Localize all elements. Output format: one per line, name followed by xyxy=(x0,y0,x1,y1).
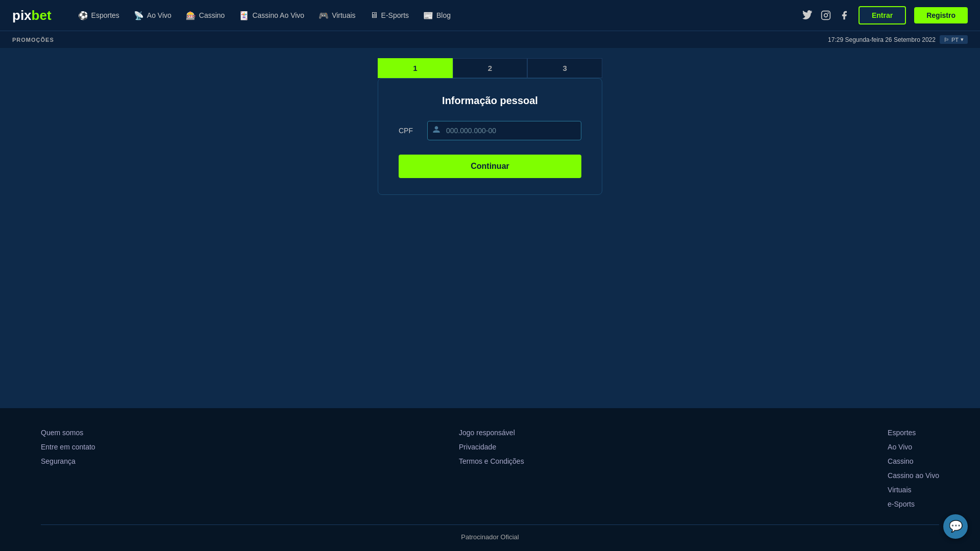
esportes-icon: ⚽ xyxy=(78,11,88,20)
cpf-label: CPF xyxy=(399,127,419,135)
datetime: 17:29 Segunda-feira 26 Setembro 2022 xyxy=(828,36,936,43)
footer-link-termos[interactable]: Termos e Condições xyxy=(459,457,524,465)
footer-link-virtuais[interactable]: Virtuais xyxy=(888,486,939,494)
promo-bar: PROMOÇÕES 17:29 Segunda-feira 26 Setembr… xyxy=(0,31,980,48)
svg-point-2 xyxy=(827,12,829,14)
nav-cassino-ao-vivo-label: Cassino Ao Vivo xyxy=(252,11,304,19)
footer-col-2: Jogo responsável Privacidade Termos e Co… xyxy=(459,429,524,508)
footer-link-esportes[interactable]: Esportes xyxy=(888,429,939,437)
step-1[interactable]: 1 xyxy=(378,58,453,78)
cassino-ao-vivo-icon: 🃏 xyxy=(239,11,249,20)
chevron-down-icon: ▾ xyxy=(961,36,964,43)
footer-col-1: Quem somos Entre em contato Segurança xyxy=(41,429,95,508)
nav-esportes-label: Esportes xyxy=(91,11,119,19)
svg-point-1 xyxy=(824,14,828,17)
step-2[interactable]: 2 xyxy=(453,58,528,78)
cpf-row: CPF xyxy=(399,121,581,140)
chat-icon: 💬 xyxy=(949,520,963,533)
lang-label: PT xyxy=(951,37,959,43)
virtuais-icon: 🎮 xyxy=(318,11,329,20)
logo-pix: pix xyxy=(12,8,32,23)
step-3-label: 3 xyxy=(563,64,567,72)
promo-right: 17:29 Segunda-feira 26 Setembro 2022 🏳 P… xyxy=(828,35,968,44)
patrocinador-label: Patrocinador Oficial xyxy=(461,533,519,541)
header-right: Entrar Registro xyxy=(801,6,968,24)
svg-rect-0 xyxy=(822,11,830,20)
main-nav: ⚽ Esportes 📡 Ao Vivo 🎰 Cassino 🃏 Cassino… xyxy=(72,8,789,23)
nav-virtuais[interactable]: 🎮 Virtuais xyxy=(312,8,361,23)
promo-label: PROMOÇÕES xyxy=(12,37,54,43)
logo-bet: bet xyxy=(32,8,52,23)
nav-cassino-label: Cassino xyxy=(199,11,225,19)
instagram-icon[interactable] xyxy=(820,9,832,21)
chat-button[interactable]: 💬 xyxy=(943,514,968,539)
footer-link-cassino[interactable]: Cassino xyxy=(888,457,939,465)
footer-columns: Quem somos Entre em contato Segurança Jo… xyxy=(41,429,939,508)
nav-virtuais-label: Virtuais xyxy=(332,11,355,19)
nav-ao-vivo[interactable]: 📡 Ao Vivo xyxy=(128,8,178,23)
cassino-icon: 🎰 xyxy=(186,11,196,20)
nav-e-sports[interactable]: 🖥 E-Sports xyxy=(364,8,415,23)
nav-cassino-ao-vivo[interactable]: 🃏 Cassino Ao Vivo xyxy=(233,8,310,23)
footer-link-jogo-responsavel[interactable]: Jogo responsável xyxy=(459,429,524,437)
language-selector[interactable]: 🏳 PT ▾ xyxy=(940,35,968,44)
steps-container: 1 2 3 xyxy=(378,58,602,78)
footer-link-cassino-ao-vivo[interactable]: Cassino ao Vivo xyxy=(888,471,939,480)
logo[interactable]: pixbet xyxy=(12,8,52,23)
blog-icon: 📰 xyxy=(423,11,433,20)
step-2-label: 2 xyxy=(488,64,492,72)
footer-link-seguranca[interactable]: Segurança xyxy=(41,457,95,465)
footer-link-entre-em-contato[interactable]: Entre em contato xyxy=(41,443,95,451)
nav-esportes[interactable]: ⚽ Esportes xyxy=(72,8,126,23)
continuar-button[interactable]: Continuar xyxy=(399,155,581,178)
e-sports-icon: 🖥 xyxy=(370,11,378,20)
cpf-input-wrapper xyxy=(427,121,581,140)
registro-button[interactable]: Registro xyxy=(914,7,968,23)
footer-bottom: Patrocinador Oficial xyxy=(41,524,939,541)
nav-ao-vivo-label: Ao Vivo xyxy=(147,11,172,19)
footer-link-quem-somos[interactable]: Quem somos xyxy=(41,429,95,437)
footer-col-3: Esportes Ao Vivo Cassino Cassino ao Vivo… xyxy=(888,429,939,508)
form-card: Informação pessoal CPF Continuar xyxy=(378,78,602,195)
footer: Quem somos Entre em contato Segurança Jo… xyxy=(0,408,980,551)
nav-cassino[interactable]: 🎰 Cassino xyxy=(180,8,231,23)
facebook-icon[interactable] xyxy=(838,9,850,21)
flag-icon: 🏳 xyxy=(944,37,949,43)
step-3[interactable]: 3 xyxy=(527,58,602,78)
header: pixbet ⚽ Esportes 📡 Ao Vivo 🎰 Cassino 🃏 … xyxy=(0,0,980,31)
nav-e-sports-label: E-Sports xyxy=(381,11,409,19)
footer-link-ao-vivo[interactable]: Ao Vivo xyxy=(888,443,939,451)
main-content: 1 2 3 Informação pessoal CPF Continuar xyxy=(0,48,980,408)
cpf-input[interactable] xyxy=(427,121,581,140)
social-icons xyxy=(801,9,850,21)
footer-link-privacidade[interactable]: Privacidade xyxy=(459,443,524,451)
nav-blog-label: Blog xyxy=(436,11,451,19)
user-icon xyxy=(432,126,440,136)
ao-vivo-icon: 📡 xyxy=(134,11,144,20)
form-title: Informação pessoal xyxy=(399,95,581,107)
entrar-button[interactable]: Entrar xyxy=(859,6,906,24)
nav-blog[interactable]: 📰 Blog xyxy=(417,8,457,23)
twitter-icon[interactable] xyxy=(801,9,814,21)
step-1-label: 1 xyxy=(413,64,417,72)
footer-link-e-sports[interactable]: e-Sports xyxy=(888,500,939,508)
